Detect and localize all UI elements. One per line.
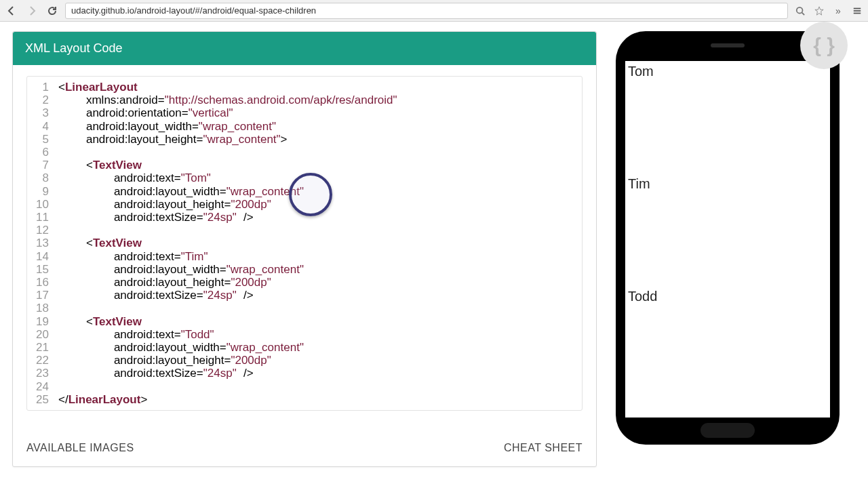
code-editor[interactable]: 1<LinearLayout 2 xmlns:android="http://s… xyxy=(26,76,583,411)
cursor-magnifier xyxy=(289,173,332,216)
overflow-chevron-icon[interactable]: » xyxy=(831,4,845,18)
card-footer: AVAILABLE IMAGES CHEAT SHEET xyxy=(13,431,596,466)
phone-screen: Tom Tim Todd xyxy=(625,61,830,418)
layout-card: XML Layout Code 1<LinearLayout 2 xmlns:a… xyxy=(12,31,597,467)
star-icon[interactable] xyxy=(812,4,826,18)
cheat-sheet-link[interactable]: CHEAT SHEET xyxy=(504,442,583,454)
card-title: XML Layout Code xyxy=(13,32,596,65)
forward-button[interactable] xyxy=(24,3,39,18)
back-button[interactable] xyxy=(4,3,19,18)
address-bar[interactable]: udacity.github.io/android-layout/#/andro… xyxy=(65,3,788,19)
page-body: XML Layout Code 1<LinearLayout 2 xmlns:a… xyxy=(0,22,868,476)
udacity-badge-icon: { } xyxy=(800,22,848,69)
svg-point-0 xyxy=(797,7,803,13)
available-images-link[interactable]: AVAILABLE IMAGES xyxy=(26,442,134,454)
search-icon[interactable] xyxy=(793,4,807,18)
phone-text-tom: Tom xyxy=(628,64,654,79)
page-url: udacity.github.io/android-layout/#/andro… xyxy=(71,5,316,16)
code-area: 1<LinearLayout 2 xmlns:android="http://s… xyxy=(13,65,596,431)
svg-line-1 xyxy=(802,12,805,15)
phone-text-todd: Todd xyxy=(628,289,657,304)
phone-home-button xyxy=(701,423,755,438)
phone-speaker xyxy=(711,43,745,47)
browser-toolbar: udacity.github.io/android-layout/#/andro… xyxy=(0,0,868,22)
phone-mockup: Tom Tim Todd xyxy=(616,31,840,445)
phone-text-tim: Tim xyxy=(628,176,650,192)
reload-button[interactable] xyxy=(45,3,60,18)
svg-marker-2 xyxy=(815,6,823,14)
menu-icon[interactable] xyxy=(850,4,864,18)
